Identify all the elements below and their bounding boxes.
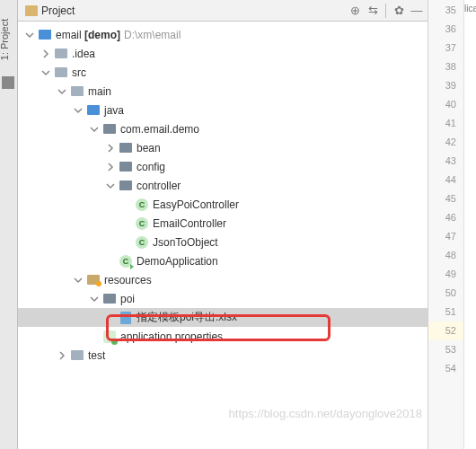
node-label: config xyxy=(137,161,165,173)
source-folder-icon xyxy=(87,105,100,115)
resources-folder-icon xyxy=(87,275,100,285)
node-label: resources xyxy=(104,274,152,286)
node-label: bean xyxy=(137,142,161,154)
locate-icon[interactable]: ⊕ xyxy=(348,4,362,18)
folder-icon xyxy=(55,67,67,77)
right-cut-text: lication xyxy=(463,0,476,449)
panel-title: Project xyxy=(41,4,348,17)
module-icon xyxy=(39,30,51,40)
tree-node-resources[interactable]: resources xyxy=(18,270,428,289)
tree-node-controller[interactable]: controller xyxy=(18,176,428,195)
line-number: 44 xyxy=(428,171,463,189)
chevron-down-icon[interactable] xyxy=(56,85,68,98)
line-number: 53 xyxy=(428,340,463,359)
divider xyxy=(385,4,386,18)
chevron-right-icon[interactable] xyxy=(40,48,52,60)
folder-icon xyxy=(71,86,84,96)
line-number: 50 xyxy=(428,284,463,303)
tool-window-tab[interactable]: 1: Project xyxy=(0,0,18,449)
line-number: 49 xyxy=(428,265,463,284)
file-icon xyxy=(120,312,131,324)
tree-node-class[interactable]: C EasyPoiController xyxy=(18,195,428,214)
line-number: 37 xyxy=(428,39,463,57)
package-icon xyxy=(119,143,132,153)
line-number: 42 xyxy=(428,133,463,152)
tool-window-label: 1: Project xyxy=(0,19,10,60)
package-icon xyxy=(119,162,132,172)
line-number: 40 xyxy=(428,95,463,114)
node-label: test xyxy=(88,349,105,362)
node-label: com.email.demo xyxy=(120,123,199,136)
tree-node-bean[interactable]: bean xyxy=(18,138,428,157)
tree-node-poi[interactable]: poi xyxy=(18,289,428,308)
node-label: controller xyxy=(137,180,181,192)
line-number: 48 xyxy=(428,246,463,265)
node-label: application.properties xyxy=(120,330,223,343)
chevron-down-icon[interactable] xyxy=(88,293,101,305)
line-number: 47 xyxy=(428,227,463,246)
tree-node-src[interactable]: src xyxy=(18,63,428,82)
tree-node-class[interactable]: C JsonToObject xyxy=(18,233,428,251)
node-label: EmailController xyxy=(153,217,226,230)
tree-node-main[interactable]: main xyxy=(18,82,428,101)
tree-node-xlsx[interactable]: 指定模板poi导出.xlsx xyxy=(18,308,428,327)
class-icon: C xyxy=(136,236,148,249)
tree-node-package[interactable]: com.email.demo xyxy=(18,119,428,138)
line-number: 36 xyxy=(428,20,463,39)
package-icon xyxy=(103,124,116,134)
folder-icon xyxy=(103,294,116,304)
line-number: 35 xyxy=(428,1,463,20)
tree-node-config[interactable]: config xyxy=(18,157,428,176)
node-label: java xyxy=(104,104,124,117)
node-label: DemoApplication xyxy=(137,255,218,268)
tree-node-java[interactable]: java xyxy=(18,101,428,119)
chevron-right-icon[interactable] xyxy=(56,349,68,362)
chevron-down-icon[interactable] xyxy=(72,274,84,286)
chevron-down-icon[interactable] xyxy=(88,123,101,136)
chevron-right-icon[interactable] xyxy=(104,142,117,154)
chevron-down-icon[interactable] xyxy=(23,29,36,41)
chevron-right-icon[interactable] xyxy=(104,161,117,173)
line-number: 52 xyxy=(428,321,463,340)
editor-gutter: 3536373839404142434445464748495051525354 xyxy=(428,0,463,449)
line-number: 41 xyxy=(428,114,463,133)
node-label: JsonToObject xyxy=(153,236,218,249)
chevron-down-icon[interactable] xyxy=(72,104,84,117)
folder-icon xyxy=(71,350,84,360)
node-label: src xyxy=(72,66,86,79)
project-icon xyxy=(25,5,38,16)
line-number: 43 xyxy=(428,152,463,171)
tree-node-properties[interactable]: application.properties xyxy=(18,327,428,346)
line-number: 39 xyxy=(428,76,463,95)
node-label: .idea xyxy=(72,48,95,60)
line-number: 38 xyxy=(428,57,463,76)
node-label: EasyPoiController xyxy=(153,198,239,211)
package-icon xyxy=(119,180,132,190)
project-tree[interactable]: email [demo]D:\xm\email .idea src main j… xyxy=(18,22,428,449)
chevron-down-icon[interactable] xyxy=(104,180,117,192)
node-label: 指定模板poi导出.xlsx xyxy=(137,310,237,325)
line-number: 45 xyxy=(428,189,463,208)
class-icon: C xyxy=(136,198,148,211)
gear-icon[interactable]: ✿ xyxy=(392,4,406,18)
tree-node-test[interactable]: test xyxy=(18,346,428,365)
node-label: email [demo]D:\xm\email xyxy=(56,29,181,41)
node-label: poi xyxy=(120,293,135,305)
collapse-icon[interactable]: ⇆ xyxy=(366,4,380,18)
project-panel: Project ⊕ ⇆ ✿ — email [demo]D:\xm\email … xyxy=(18,0,428,449)
class-icon: C xyxy=(136,217,148,230)
properties-icon xyxy=(103,330,116,343)
line-number: 46 xyxy=(428,208,463,227)
tree-node-idea[interactable]: .idea xyxy=(18,44,428,63)
line-number: 51 xyxy=(428,303,463,321)
node-label: main xyxy=(88,85,111,98)
folder-icon xyxy=(55,48,67,58)
hide-icon[interactable]: — xyxy=(410,4,424,18)
line-number: 54 xyxy=(428,359,463,378)
chevron-down-icon[interactable] xyxy=(40,66,52,79)
tree-node-class[interactable]: C DemoApplication xyxy=(18,251,428,270)
tree-node-root[interactable]: email [demo]D:\xm\email xyxy=(18,25,428,44)
main-class-icon: C xyxy=(119,255,132,268)
tree-node-class[interactable]: C EmailController xyxy=(18,214,428,233)
panel-header: Project ⊕ ⇆ ✿ — xyxy=(18,0,428,22)
